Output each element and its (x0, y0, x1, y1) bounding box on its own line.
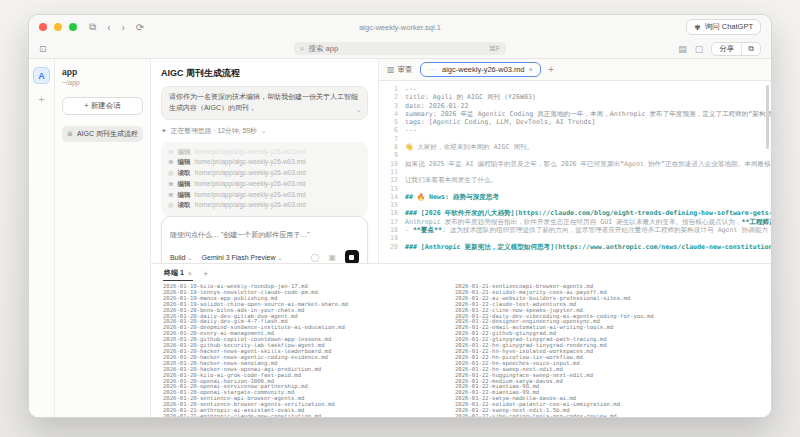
chat-input[interactable] (170, 231, 359, 238)
code-line: 15 (385, 201, 771, 209)
code-line: 20### [Anthropic 更新宪法，定义模型如何思考](https://… (385, 243, 771, 251)
thinking-status[interactable]: ✦ 正在整理思路 · 12分钟, 59秒 ⌄ (161, 126, 368, 136)
title-bar: ⧉ ‹ › ⟳ aigc-weekly-worker.sql.1 ✾ 询问 Ch… (29, 15, 771, 39)
chevron-down-icon: ⌄ (261, 127, 267, 135)
back-icon[interactable]: ‹ (107, 22, 110, 33)
code-line: 8👋 大家好，欢迎来到本周的 AIGC 周刊。 (385, 143, 771, 151)
terminal-panel: 终端 1 × + 2026-01-19-kilo-ai-weekly-round… (151, 263, 771, 417)
code-line: 14## 🔥 News: 趋势与深度思考 (385, 193, 771, 201)
stop-button[interactable] (345, 250, 359, 264)
code-line: 2title: Agili 的 AIGC 周刊 (Y26W03) (385, 93, 771, 101)
line-number: 19 (385, 234, 398, 242)
editor-panel: ▥ 审查 ··· aigc-weekly-y26-w03.md × + 1 (379, 59, 771, 263)
line-number: 14 (385, 193, 398, 201)
sidebar-session-item[interactable]: ≣ AIGC 周刊生成流程 (62, 126, 143, 142)
tool-path: home/pn/app/aigc-weekly-y26-w03.md (194, 157, 305, 168)
ask-chatgpt-button[interactable]: ✾ 询问 ChatGPT (686, 19, 761, 35)
expand-message-icon[interactable]: ⌄ (356, 105, 362, 116)
edit-list-icon: ≣ (168, 190, 173, 201)
line-number: 6 (385, 126, 398, 134)
tool-action: 编辑 (177, 147, 190, 158)
attach-image-icon[interactable]: ▣ (328, 253, 336, 262)
list-view-icon[interactable]: ▤ (678, 44, 687, 54)
tool-path: home/pn/app/aigc-weekly-y26-w03.md (194, 190, 305, 201)
search-input[interactable] (308, 44, 458, 53)
file-item: 2026-01-21-anthropic-claude-new-constitu… (163, 414, 455, 417)
tool-row[interactable]: ≣编辑home/pn/app/aigc-weekly-y26-w03.md (168, 157, 361, 168)
close-terminal-icon[interactable]: × (188, 270, 192, 277)
search-icon: ⌕ (300, 44, 304, 54)
edit-list-icon: ≣ (168, 147, 173, 158)
diff-icon: ▥ (387, 65, 395, 74)
add-terminal-button[interactable]: + (203, 269, 208, 281)
workspace-avatar[interactable]: A (33, 67, 50, 84)
chevron-down-icon: ⌄ (277, 254, 282, 261)
mode-dropdown[interactable]: Build⌄ (170, 254, 193, 261)
tab-menu-icon[interactable]: ··· (428, 65, 439, 74)
new-session-button[interactable]: + 新建会话 (62, 97, 143, 115)
add-workspace-button[interactable]: + (39, 94, 45, 105)
chat-panel: AIGC 周刊生成流程 请你作为一名资深的技术编辑，帮助我创建一份关于人工智能生… (151, 59, 379, 263)
minimize-window-button[interactable] (54, 23, 62, 31)
project-name: app (62, 67, 143, 77)
editor-tab-active[interactable]: ··· aigc-weekly-y26-w03.md × (420, 62, 541, 77)
user-message-bubble[interactable]: 请你作为一名资深的技术编辑，帮助我创建一份关于人工智能生成内容（AIGC）的周刊… (161, 86, 368, 120)
line-number: 3 (385, 102, 398, 110)
tool-action: 读取 (178, 168, 191, 179)
close-tab-icon[interactable]: × (529, 65, 533, 74)
forward-icon[interactable]: › (121, 22, 124, 33)
workspace-rail: A + (29, 59, 55, 417)
code-line: 3date: 2026-01-22 (385, 102, 771, 110)
close-window-button[interactable] (39, 23, 47, 31)
session-list-icon: ≣ (67, 130, 73, 138)
reload-icon[interactable]: ⟳ (136, 22, 144, 33)
toggle-panel-icon[interactable]: ⧉ (89, 21, 96, 33)
model-dropdown[interactable]: Gemini 3 Flash Preview⌄ (202, 254, 283, 261)
search-box[interactable]: ⌕ ⌘F (294, 42, 506, 55)
tool-row[interactable]: ≣编辑home/pn/app/aigc-weekly-y26-w03.md (168, 190, 361, 201)
terminal-tab-bar: 终端 1 × + (151, 264, 771, 281)
zoom-window-button[interactable] (69, 23, 77, 31)
line-number: 18 (385, 226, 398, 234)
tool-path: home/pn/app/aigc-weekly-y26-w03.md (194, 179, 305, 190)
tool-row[interactable]: ◎读取home/pn/app/aigc-weekly-y26-w03.md (168, 200, 361, 211)
tool-path: home/pn/app/aigc-weekly-y26-w03.md (194, 147, 305, 158)
tool-action: 编辑 (177, 157, 190, 168)
tool-row[interactable]: ◎读取home/pn/app/aigc-weekly-y26-w03.md (168, 168, 361, 179)
tool-row[interactable]: ≣编辑home/pn/app/aigc-weekly-y26-w03.md (168, 147, 361, 158)
layout-view-icon[interactable]: ▢ (695, 44, 704, 54)
code-line: 11 (385, 168, 771, 176)
code-line: 13 (385, 185, 771, 193)
code-line: 7 (385, 135, 771, 143)
file-col-left: 2026-01-19-kilo-ai-weekly-roundup-jan-17… (163, 284, 455, 417)
tool-path: home/pn/app/aigc-weekly-y26-w03.md (195, 200, 306, 211)
app-window: ⧉ ‹ › ⟳ aigc-weekly-worker.sql.1 ✾ 询问 Ch… (28, 14, 772, 418)
read-icon: ◎ (168, 168, 174, 179)
code-editor[interactable]: 1---2title: Agili 的 AIGC 周刊 (Y26W03)3dat… (379, 81, 771, 263)
tool-row[interactable]: ≣编辑home/pn/app/aigc-weekly-y26-w03.md (168, 179, 361, 190)
copy-icon[interactable]: ⧉ (741, 43, 760, 55)
code-lines: 1---2title: Agili 的 AIGC 周刊 (Y26W03)3dat… (385, 85, 771, 251)
tool-list: ≣编辑home/pn/app/aigc-weekly-y26-w03.md≣编辑… (161, 142, 368, 216)
sidebar-toggle-icon[interactable]: ⊡ (39, 44, 47, 54)
add-tab-button[interactable]: + (548, 64, 554, 75)
file-col-right: 2026-01-21-sentienceapi-browser-agents.m… (455, 284, 747, 417)
spinner-icon: ✦ (161, 127, 167, 135)
line-number: 11 (385, 168, 398, 176)
voice-icon[interactable]: ◯ (310, 253, 319, 262)
editor-scrollbar[interactable] (766, 85, 769, 149)
line-number: 15 (385, 201, 398, 209)
sidebar: app ~/app + 新建会话 ≣ AIGC 周刊生成流程 (55, 59, 151, 417)
line-number: 20 (385, 243, 398, 251)
edit-list-icon: ≣ (168, 179, 173, 190)
share-control: 分享 ⧉ (711, 42, 761, 56)
review-button[interactable]: ▥ 审查 (387, 65, 413, 75)
terminal-output[interactable]: 2026-01-19-kilo-ai-weekly-roundup-jan-17… (151, 281, 771, 417)
line-number: 9 (385, 151, 398, 159)
line-number: 12 (385, 176, 398, 184)
terminal-tab[interactable]: 终端 1 × (163, 266, 193, 281)
edit-list-icon: ≣ (168, 157, 173, 168)
share-button[interactable]: 分享 (712, 43, 741, 55)
code-line: 5tags: [Agentic Coding, LLM, DevTools, A… (385, 118, 771, 126)
toolbar: ⊡ ⌕ ⌘F ▤ ▢ 分享 ⧉ (29, 39, 771, 59)
